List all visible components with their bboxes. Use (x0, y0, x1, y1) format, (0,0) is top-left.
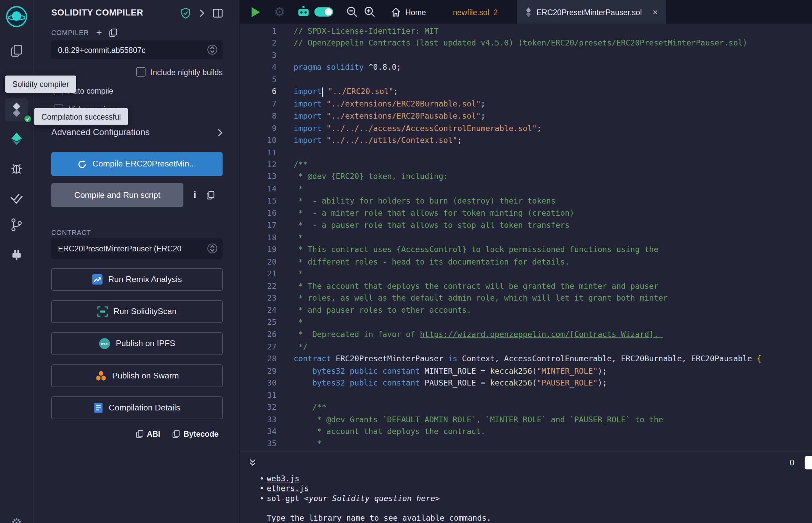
code-line[interactable]: * different roles - head to its document… (294, 256, 812, 268)
code-line[interactable]: * (294, 183, 812, 195)
deploy-run-icon[interactable] (0, 131, 33, 146)
code-line[interactable] (294, 390, 812, 402)
code-line[interactable]: import "../extensions/ERC20Burnable.sol"… (294, 98, 812, 110)
terminal-link[interactable]: ethers.js (267, 484, 309, 493)
tab-newfile-sol[interactable]: newfile.sol 2 (448, 0, 503, 24)
stepper-icon (207, 44, 217, 55)
code-line[interactable]: * This contract uses {AccessControl} to … (294, 244, 812, 256)
zoom-in-icon[interactable] (364, 6, 375, 18)
remixai-robot-icon[interactable] (296, 6, 310, 18)
git-icon[interactable] (0, 217, 33, 232)
pin-panel-icon[interactable] (213, 8, 223, 17)
code-line[interactable] (294, 74, 812, 86)
close-icon[interactable]: × (653, 7, 658, 16)
code-line[interactable]: * The account that deploys the contract … (294, 281, 812, 292)
run-remix-analysis-button[interactable]: Run Remix Analysis (51, 268, 223, 291)
code-token (378, 366, 383, 376)
code-line[interactable]: /** (294, 402, 812, 414)
publish-on-ipfs-button[interactable]: IPFS Publish on IPFS (51, 332, 223, 355)
include-nightly-checkbox[interactable] (136, 67, 145, 77)
compile-and-run-button[interactable]: Compile and Run script (51, 183, 183, 207)
code-token (294, 427, 312, 436)
bytecode-label: Bytecode (183, 430, 218, 438)
run-solidityscan-button[interactable]: Run SolidityScan (51, 300, 223, 323)
code-area[interactable]: // SPDX-License-Identifier: MIT// OpenZe… (294, 24, 812, 451)
info-icon[interactable]: i (194, 190, 196, 200)
code-line[interactable]: * (294, 232, 812, 244)
terminal-search-box[interactable] (805, 456, 812, 469)
copy-abi-button[interactable]: ABI (136, 430, 160, 438)
terminal-output[interactable]: •web3.js•ethers.js•sol-gpt <your Solidit… (240, 474, 812, 523)
code-line[interactable] (294, 147, 812, 159)
code-token: ; (480, 99, 485, 109)
line-number: 24 (240, 305, 277, 317)
line-number: 22 (240, 281, 277, 292)
code-line[interactable]: import "../../../access/AccessControlEnu… (294, 122, 812, 134)
code-line[interactable]: * (294, 438, 812, 450)
file-explorer-icon[interactable] (0, 43, 33, 58)
debugger-icon[interactable] (0, 161, 33, 175)
code-line[interactable]: * and pauser roles to other accounts. (294, 305, 812, 317)
compiler-version-select[interactable]: 0.8.29+commit.ab55807c (51, 40, 223, 59)
line-number: 21 (240, 268, 277, 281)
auto-compile-row: Auto compile (54, 86, 223, 95)
code-line[interactable]: import "../../../utils/Context.sol"; (294, 134, 812, 147)
run-script-play-icon[interactable] (250, 6, 260, 17)
compilation-details-button[interactable]: Compilation Details (51, 396, 223, 419)
line-number: 35 (240, 438, 277, 450)
copy-bytecode-button[interactable]: Bytecode (173, 430, 218, 438)
code-line[interactable]: * - ability for holders to burn (destroy… (294, 195, 812, 207)
code-line[interactable]: * - a pauser role that allows to stop al… (294, 220, 812, 232)
code-editor[interactable]: 1234567891011121314151617181920212223242… (240, 24, 812, 451)
terminal-text: sol-gpt (267, 494, 304, 503)
code-line[interactable]: // SPDX-License-Identifier: MIT (294, 25, 812, 37)
code-line[interactable]: bytes32 public constant PAUSER_ROLE = ke… (294, 377, 812, 390)
tab-home[interactable]: Home (391, 7, 426, 17)
zoom-out-icon[interactable] (346, 6, 358, 18)
code-line[interactable] (294, 50, 812, 62)
terminal-link[interactable]: web3.js (267, 474, 299, 484)
static-analysis-icon[interactable] (0, 192, 33, 204)
code-token: pragma solidity (294, 63, 364, 72)
tab-erc20presetminterpauser-sol[interactable]: ERC20PresetMinterPauser.sol × (516, 0, 667, 24)
settings-gear-icon[interactable]: ⚙ (0, 517, 33, 523)
code-line[interactable]: contract ERC20PresetMinterPauser is Cont… (294, 353, 812, 365)
advanced-configurations-label: Advanced Configurations (51, 127, 150, 138)
add-custom-compiler-icon[interactable]: + (96, 28, 102, 37)
code-token: * - a minter role that allows for token … (294, 209, 574, 218)
code-line[interactable]: * - a minter role that allows for token … (294, 208, 812, 220)
advanced-configurations[interactable]: Advanced Configurations (51, 125, 223, 140)
script-config-gear-icon[interactable]: ⚙ (274, 6, 285, 18)
publish-on-swarm-button[interactable]: Publish on Swarm (51, 364, 223, 387)
code-line[interactable]: import "../extensions/ERC20Pausable.sol"… (294, 110, 812, 122)
code-line[interactable]: * @dev Grants `DEFAULT_ADMIN_ROLE`, `MIN… (294, 414, 812, 426)
plugin-manager-icon[interactable] (0, 247, 33, 261)
code-line[interactable]: * roles, as well as the default admin ro… (294, 292, 812, 305)
code-line[interactable]: * _Deprecated in favor of https://wizard… (294, 329, 812, 341)
code-token: import (294, 136, 322, 145)
code-line[interactable]: */ (294, 341, 812, 353)
chevron-right-icon[interactable] (199, 8, 205, 17)
code-token: ); (598, 366, 607, 376)
code-line[interactable]: // OpenZeppelin Contracts (last updated … (294, 37, 812, 50)
copy-compiler-icon[interactable] (109, 28, 117, 37)
remix-logo[interactable] (0, 5, 33, 28)
line-number: 34 (240, 426, 277, 438)
solidity-compiler-icon[interactable] (5, 98, 28, 121)
code-line[interactable]: /** (294, 159, 812, 171)
contract-select[interactable]: ERC20PresetMinterPauser (ERC20 (51, 238, 223, 258)
code-line[interactable]: * (294, 268, 812, 281)
code-line[interactable]: bytes32 public constant MINTER_ROLE = ke… (294, 365, 812, 377)
code-line[interactable]: pragma solidity ^0.8.0; (294, 62, 812, 74)
copy-script-icon[interactable] (206, 191, 214, 199)
code-token (322, 136, 326, 145)
code-line[interactable]: import "../ERC20.sol"; (294, 86, 812, 98)
line-number: 27 (240, 341, 277, 353)
code-line[interactable]: * @dev {ERC20} token, including: (294, 171, 812, 183)
double-chevron-down-icon[interactable] (248, 458, 258, 467)
compile-button[interactable]: Compile ERC20PresetMin... (51, 152, 223, 176)
code-token: constant (383, 366, 420, 376)
code-line[interactable]: * account that deploys the contract. (294, 426, 812, 438)
remixai-toggle-switch[interactable] (314, 7, 333, 17)
code-line[interactable]: * (294, 317, 812, 329)
